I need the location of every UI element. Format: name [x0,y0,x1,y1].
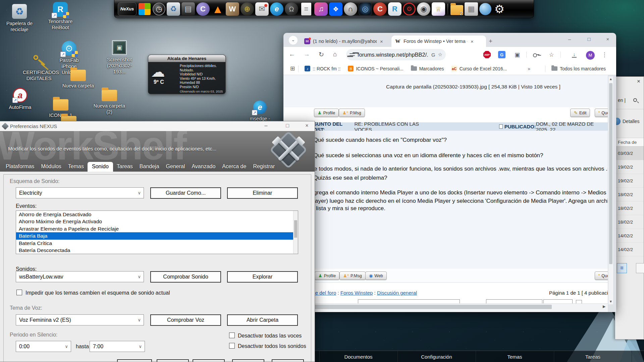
profile-button[interactable]: ♟ Profile [314,109,339,117]
bottom-button[interactable] [232,359,264,362]
event-row[interactable]: Ahorro de Energía Desactivado [16,211,298,218]
tab-winstep-forum[interactable]: W Foros de Winstep • Ver tema - F × [391,36,486,47]
details-label[interactable]: Detalles [623,119,640,124]
horizontal-scrollbar[interactable]: ▶ [283,303,608,312]
scrollbar-thumb[interactable] [312,305,552,309]
gear-dock-icon[interactable]: ⚙ [493,2,506,16]
mail-dock-icon[interactable]: ✉ [255,2,269,16]
prevent-theme-checkbox[interactable] [16,290,22,295]
tab-close-icon[interactable]: × [380,39,383,44]
silence-to-select[interactable]: 7:00 [90,341,145,352]
sphere-dock-icon[interactable] [479,3,491,15]
alarm-dock-icon[interactable]: Ω [285,2,298,16]
bottom-button[interactable] [117,359,152,362]
bookmark-star-icon[interactable]: ☆ [438,52,442,58]
weather-widget[interactable]: Alcala de Henares ☁ 9º C Precipitaciones… [148,55,226,94]
network-dock-icon[interactable]: ⊕ [240,2,254,16]
topic-link[interactable]: Discusión general [377,290,417,296]
bookmarks-extension-icon[interactable]: ☆ [548,51,555,58]
menu-dots-icon[interactable]: ⋮ [601,51,608,58]
back-icon[interactable]: ← [289,51,295,58]
maximize-button[interactable]: □ [584,36,594,42]
maximize-button[interactable]: □ [282,123,292,129]
date-row[interactable]: 19/02/2 [615,160,644,174]
scroll-up-icon[interactable]: ▲ [609,77,612,81]
sound-select[interactable]: wsBatteryLow.wav [16,271,144,282]
extension-icon[interactable]: ▣ [514,51,521,58]
bookmarks-overflow-chevron[interactable]: » [528,66,530,71]
date-column-header[interactable]: Fecha de [615,138,644,146]
window-title-bar[interactable]: Preferencias NEXUS – □ × [0,121,315,131]
apps-grid-icon[interactable]: ⊞ [290,65,295,72]
tab-close-icon[interactable]: × [471,39,474,44]
quote-button[interactable]: “ Quote [595,109,608,117]
event-row[interactable]: Batería Desconectada [16,247,298,254]
clock-dock-icon[interactable]: ◷ [153,3,165,15]
test-voice-button[interactable]: Comprobar Voz [150,314,221,326]
date-row[interactable]: 18/02/2 [615,188,644,201]
recycle-bin-dock-icon[interactable]: ♻ [167,2,180,16]
tab-plataformas[interactable]: Plataformas [3,162,37,172]
site-settings-icon[interactable] [350,53,355,57]
silence-from-select[interactable]: 0:00 [16,341,71,352]
translate-icon[interactable]: G [431,52,435,58]
close-button[interactable]: × [603,36,613,42]
events-listbox[interactable]: Ahorro de Energía DesactivadoAhorro Máxi… [16,210,298,254]
disable-voices-checkbox[interactable] [229,333,235,338]
events-scrollbar[interactable] [293,211,298,254]
bottom-button[interactable] [193,359,225,362]
list-view-button[interactable]: ≡ [617,263,627,273]
scroll-down-icon[interactable]: ▼ [609,300,612,303]
bottom-button[interactable] [157,359,189,362]
scheme-select[interactable]: Electricity [16,187,144,198]
bottom-button[interactable] [272,359,304,362]
translate-extension-icon[interactable]: G [498,51,505,58]
download-icon[interactable]: ↓ [571,51,578,58]
vlc-dock-icon[interactable]: ▲ [211,2,224,16]
minimize-button[interactable]: – [261,123,271,129]
nexus-dock-icon[interactable]: NeXus [118,2,137,16]
folder-2-dock-icon[interactable]: 2 [450,5,463,15]
desktop-icon-screenshot[interactable]: ▣Screenshot (20250302-193... [103,40,136,75]
home-icon[interactable]: ⌂ [333,51,337,58]
desktop-icon-autofirma[interactable]: a↗AutoFirma [4,88,36,110]
browse-button[interactable]: Explorar [227,271,298,283]
drive-dock-icon[interactable]: ▤ [181,2,195,16]
grid-view-button[interactable] [636,263,644,273]
quote-button[interactable]: “ Quote [595,272,608,280]
minimize-button[interactable]: – [565,36,575,42]
shelf-tab-documentos[interactable]: Documentos [319,351,397,362]
bookmark-folder[interactable]: Marcadores [408,66,447,71]
profile-button[interactable]: ♟ Profile [315,272,339,280]
desktop-icon-tenorshare-reiboot[interactable]: R↗Tenorshare ReiBoot [44,2,76,31]
date-row[interactable]: 18/02/2 [615,215,644,229]
shelf-tab-tareas[interactable]: Tareas [554,351,632,362]
shelf-tab-configuración[interactable]: Configuración [397,351,476,362]
adblock-extension-icon[interactable]: ABP [483,51,491,58]
vertical-scrollbar[interactable]: ▲ ▼ [608,76,613,304]
headphones-dock-icon[interactable]: ∩ [344,2,357,16]
voice-select[interactable]: Voz Feminina v2 (ES) [16,314,144,325]
edit-button[interactable]: ✎ Edit [570,109,590,117]
real-madrid-dock-icon[interactable]: ♕ [432,2,445,16]
open-folder-button[interactable]: Abrir Carpeta [227,314,298,326]
pmsg-button[interactable]: ♟⁰ P.Msg [339,109,365,117]
tab-bandeja[interactable]: Bandeja [137,162,162,172]
scrollbar-thumb[interactable] [294,220,297,238]
ccleaner-dock-icon[interactable]: C [373,2,387,16]
scrollbar-thumb[interactable] [609,83,612,264]
reload-icon[interactable]: ↻ [319,51,324,58]
web-button[interactable]: ◉ Web [365,272,387,280]
event-row[interactable]: Batería Baja [16,232,298,239]
search-icon[interactable] [633,98,637,102]
reiboot-dock-dock-icon[interactable]: R [388,2,401,16]
tab-search-chevron-icon[interactable]: ⌄ [289,36,298,45]
tab-sonido[interactable]: Sonido [88,162,113,172]
windows-dock-icon[interactable] [139,3,151,15]
test-sound-button[interactable]: Comprobar Sonido [150,271,221,283]
date-row[interactable]: 18/02/2 [615,201,644,215]
driver-booster-dock-icon[interactable]: ⚙ [403,3,416,15]
tab-general[interactable]: General [163,162,188,172]
edge-dock-icon[interactable]: e [270,2,283,16]
bookmark-folder[interactable]: Todos los marcadores [549,66,608,71]
